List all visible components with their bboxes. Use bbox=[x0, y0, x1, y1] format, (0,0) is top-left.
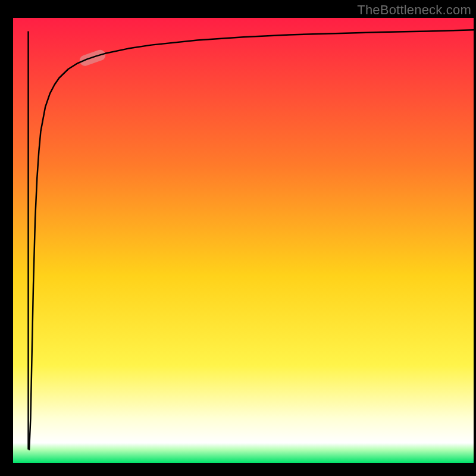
chart-container: TheBottleneck.com bbox=[0, 0, 476, 476]
watermark-text: TheBottleneck.com bbox=[357, 2, 471, 18]
plot-area bbox=[13, 18, 474, 463]
chart-svg bbox=[0, 0, 476, 476]
